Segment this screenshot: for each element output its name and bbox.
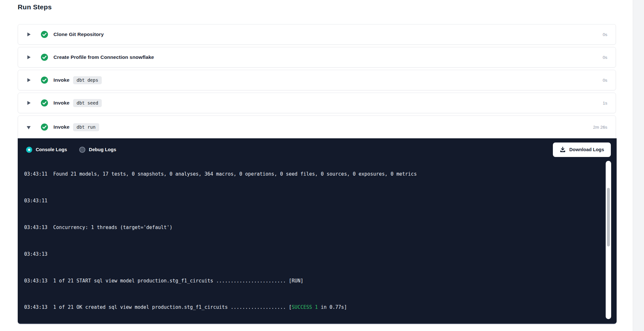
run-step-row[interactable]: Invoke dbt deps 0s (18, 70, 616, 90)
run-step-row[interactable]: Invoke dbt seed 1s (18, 93, 616, 113)
log-lines: 03:43:11 Found 21 models, 17 tests, 0 sn… (18, 161, 617, 323)
log-tab-radio[interactable]: Console Logs (26, 147, 67, 153)
step-duration: 1s (603, 101, 607, 106)
radio-button-icon[interactable] (26, 147, 32, 153)
download-logs-label: Download Logs (569, 147, 604, 152)
log-line: 03:43:11 Found 21 models, 17 tests, 0 sn… (24, 171, 617, 178)
caret-right-icon[interactable] (27, 32, 31, 36)
success-check-icon (41, 31, 48, 38)
run-step-card[interactable]: Clone Git Repository 0s (18, 24, 616, 45)
radio-label: Console Logs (36, 147, 67, 152)
success-check-icon (41, 54, 48, 61)
right-gutter (633, 0, 644, 331)
console-log-output[interactable]: 03:43:11 Found 21 models, 17 tests, 0 sn… (18, 161, 617, 323)
log-line: 03:43:11 (24, 198, 617, 204)
log-scrollbar[interactable] (606, 161, 611, 319)
log-type-radio-group: Console Logs Debug Logs (26, 147, 128, 153)
step-command-pill: dbt seed (73, 99, 102, 107)
caret-right-icon[interactable] (27, 101, 31, 105)
log-panel: Console Logs Debug Logs Download Logs 03… (18, 138, 617, 324)
step-label: Invoke (53, 124, 70, 130)
caret-down-icon[interactable] (27, 125, 31, 129)
success-check-icon (41, 77, 48, 84)
step-duration: 0s (603, 78, 607, 83)
success-check-icon (41, 124, 48, 131)
step-duration: 0s (603, 55, 607, 60)
radio-label: Debug Logs (89, 147, 116, 152)
run-step-row[interactable]: Clone Git Repository 0s (18, 24, 616, 44)
download-logs-button[interactable]: Download Logs (553, 143, 611, 157)
step-label: Invoke (53, 100, 70, 106)
download-icon (560, 147, 566, 153)
step-duration: 2m 26s (593, 125, 607, 130)
run-step-row[interactable]: Invoke dbt run 2m 26s (18, 116, 616, 138)
log-scrollbar-thumb[interactable] (607, 188, 610, 246)
run-step-card[interactable]: Invoke dbt seed 1s (18, 93, 616, 113)
log-line: 03:43:13 (24, 251, 617, 258)
success-check-icon (41, 99, 48, 106)
run-step-card[interactable]: Invoke dbt run 2m 26s Console Logs Debug… (18, 115, 616, 324)
log-line: 03:43:13 1 of 21 OK created sql view mod… (24, 304, 617, 311)
step-command-pill: dbt deps (73, 76, 102, 84)
step-duration: 0s (603, 32, 607, 37)
step-label: Create Profile from Connection snowflake (53, 54, 154, 60)
log-tab-radio[interactable]: Debug Logs (79, 147, 116, 153)
log-line: 03:43:13 1 of 21 START sql view model pr… (24, 278, 617, 284)
caret-right-icon[interactable] (27, 55, 31, 59)
page-title: Run Steps (18, 3, 52, 11)
run-step-card[interactable]: Invoke dbt deps 0s (18, 70, 616, 90)
log-line: 03:43:13 Concurrency: 1 threads (target=… (24, 224, 617, 231)
run-step-card[interactable]: Create Profile from Connection snowflake… (18, 47, 616, 68)
step-command-pill: dbt run (73, 123, 99, 131)
step-label: Invoke (53, 77, 70, 83)
run-steps-list: Clone Git Repository 0s Create Profile f… (18, 24, 616, 326)
caret-right-icon[interactable] (27, 78, 31, 82)
log-toolbar: Console Logs Debug Logs Download Logs (18, 138, 617, 161)
run-step-row[interactable]: Create Profile from Connection snowflake… (18, 47, 616, 67)
radio-button-icon[interactable] (79, 147, 85, 153)
step-label: Clone Git Repository (53, 32, 104, 37)
